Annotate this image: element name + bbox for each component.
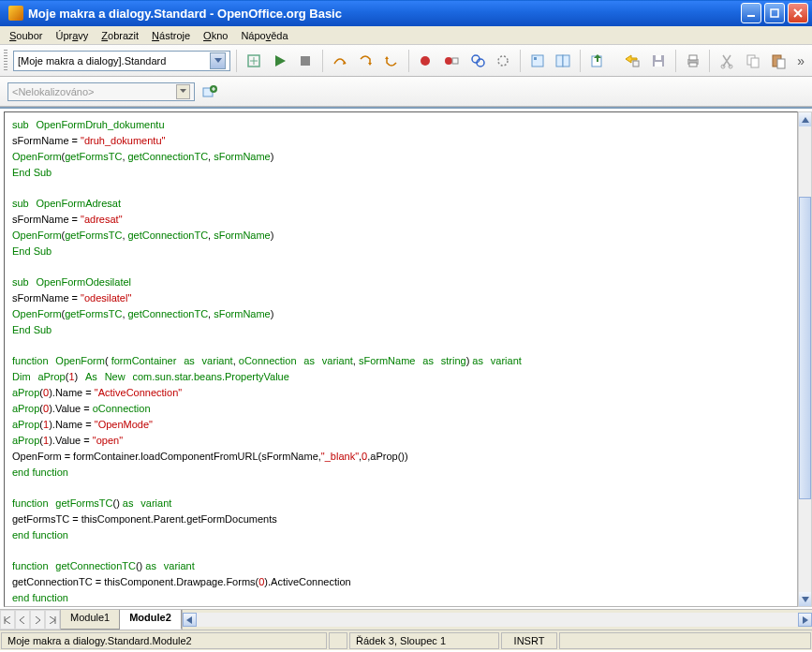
status-empty <box>329 632 347 649</box>
toolbar-grip[interactable] <box>4 50 7 72</box>
tab-module1[interactable]: Module1 <box>61 610 120 630</box>
tab-module2[interactable]: Module2 <box>120 610 182 630</box>
status-path: Moje makra a dialogy.Standard.Module2 <box>1 632 327 649</box>
manage-language-button[interactable] <box>199 81 221 103</box>
step-out-button[interactable] <box>380 50 403 72</box>
tab-last-button[interactable] <box>45 610 60 630</box>
svg-point-4 <box>421 56 430 66</box>
status-spacer <box>559 632 811 649</box>
scroll-up-icon[interactable] <box>799 112 811 126</box>
svg-rect-17 <box>656 55 661 60</box>
svg-rect-11 <box>534 57 537 60</box>
step-into-button[interactable] <box>354 50 376 72</box>
chevron-down-icon[interactable] <box>210 52 226 69</box>
module-tabstrip: Module1 Module2 <box>0 609 812 630</box>
paste-button[interactable] <box>768 50 790 72</box>
svg-rect-10 <box>532 55 543 67</box>
maximize-button[interactable] <box>764 3 785 23</box>
object-catalog-button[interactable] <box>492 50 514 72</box>
menubar: Soubor Úpravy Zobrazit Nástroje Okno Náp… <box>0 26 812 45</box>
status-cursor: Řádek 3, Sloupec 1 <box>349 632 499 649</box>
svg-rect-0 <box>747 15 755 17</box>
language-combo[interactable]: <Nelokalizováno> <box>7 82 195 101</box>
minimize-button[interactable] <box>741 3 761 23</box>
svg-rect-25 <box>751 58 759 67</box>
horizontal-scrollbar[interactable] <box>182 610 812 630</box>
scroll-right-icon[interactable] <box>798 613 812 627</box>
svg-rect-27 <box>777 59 785 68</box>
tab-prev-button[interactable] <box>15 610 30 630</box>
modules-button[interactable] <box>553 50 575 72</box>
save-button[interactable] <box>647 50 670 72</box>
menu-upravy[interactable]: Úpravy <box>50 28 94 43</box>
toolbar-overflow-icon[interactable]: » <box>793 53 808 68</box>
svg-rect-21 <box>689 63 697 67</box>
status-insert-mode[interactable]: INSRT <box>501 632 557 649</box>
step-over-button[interactable] <box>329 50 351 72</box>
svg-point-9 <box>498 56 508 66</box>
menu-nastroje[interactable]: Nástroje <box>146 28 196 43</box>
second-toolbar: <Nelokalizováno> <box>0 77 812 107</box>
main-toolbar: [Moje makra a dialogy].Standard » <box>0 45 812 77</box>
import-button[interactable] <box>622 50 644 72</box>
chevron-down-icon[interactable] <box>176 84 190 99</box>
svg-rect-12 <box>556 55 563 67</box>
svg-rect-15 <box>633 61 639 67</box>
menu-zobrazit[interactable]: Zobrazit <box>96 28 144 43</box>
statusbar: Moje makra a dialogy.Standard.Module2 Řá… <box>0 630 812 650</box>
tab-next-button[interactable] <box>30 610 45 630</box>
watch-button[interactable] <box>466 50 489 72</box>
copy-button[interactable] <box>742 50 764 72</box>
svg-rect-3 <box>301 56 310 66</box>
breakpoint-manage-button[interactable] <box>440 50 463 72</box>
window-title: Moje makra a dialogy.Standard - OpenOffi… <box>28 7 741 21</box>
menu-okno[interactable]: Okno <box>198 28 233 43</box>
scrollbar-thumb[interactable] <box>799 197 811 499</box>
library-selector[interactable]: [Moje makra a dialogy].Standard <box>13 51 230 71</box>
tab-first-button[interactable] <box>0 610 15 630</box>
stop-button[interactable] <box>294 50 317 72</box>
svg-point-5 <box>445 57 452 65</box>
menu-soubor[interactable]: Soubor <box>4 28 48 43</box>
menu-napoveda[interactable]: Nápověda <box>235 28 293 43</box>
breakpoint-button[interactable] <box>415 50 437 72</box>
svg-rect-13 <box>563 55 569 67</box>
titlebar: Moje makra a dialogy.Standard - OpenOffi… <box>0 0 812 26</box>
library-selected-label: [Moje makra a dialogy].Standard <box>18 55 166 67</box>
svg-rect-20 <box>689 55 697 60</box>
code-editor[interactable]: sub OpenFormDruh_dokumentu sFormName = "… <box>4 111 798 607</box>
scroll-down-icon[interactable] <box>799 592 811 606</box>
run-button[interactable] <box>269 50 291 72</box>
code-content[interactable]: sub OpenFormDruh_dokumentu sFormName = "… <box>5 112 797 607</box>
macros-button[interactable] <box>526 50 549 72</box>
svg-rect-1 <box>771 9 778 17</box>
export-button[interactable] <box>586 50 609 72</box>
vertical-scrollbar[interactable] <box>798 111 812 607</box>
editor-frame: sub OpenFormDruh_dokumentu sFormName = "… <box>0 107 812 630</box>
compile-button[interactable] <box>243 50 265 72</box>
close-button[interactable] <box>788 3 808 23</box>
print-button[interactable] <box>682 50 704 72</box>
svg-rect-18 <box>655 62 662 67</box>
cut-button[interactable] <box>716 50 738 72</box>
language-combo-label: <Nelokalizováno> <box>12 86 94 97</box>
scroll-left-icon[interactable] <box>183 613 197 627</box>
app-icon <box>8 6 23 21</box>
svg-rect-6 <box>452 58 458 64</box>
